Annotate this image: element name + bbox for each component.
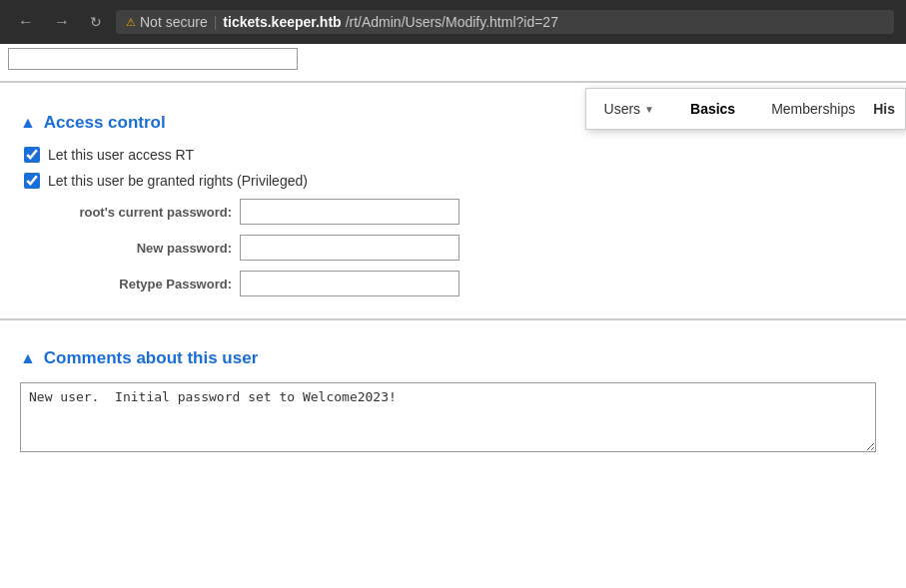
- privileged-label: Let this user be granted rights (Privile…: [48, 173, 308, 189]
- current-password-field: root's current password:: [20, 199, 886, 225]
- new-password-label: New password:: [20, 241, 240, 256]
- access-rt-checkbox[interactable]: [24, 147, 40, 163]
- security-warning-icon: ⚠: [126, 16, 136, 29]
- checkbox-row-access-rt: Let this user access RT: [20, 147, 886, 163]
- new-password-input[interactable]: [240, 235, 459, 261]
- not-secure-label: Not secure: [140, 14, 208, 30]
- nav-dropdown: Users ▼ Basics Memberships His: [585, 88, 906, 130]
- users-label: Users: [604, 101, 641, 117]
- retype-password-field: Retype Password:: [20, 271, 886, 296]
- url-domain: tickets.keeper.htb: [223, 14, 341, 30]
- address-bar[interactable]: ⚠ Not secure | tickets.keeper.htb /rt/Ad…: [116, 10, 894, 34]
- reload-button[interactable]: ↻: [84, 10, 108, 34]
- access-control-title: Access control: [44, 113, 166, 133]
- page-content: Users ▼ Basics Memberships His ▲ Access …: [0, 44, 906, 467]
- access-control-section: ▲ Access control Let this user access RT…: [0, 101, 906, 319]
- comments-section-header: ▲ Comments about this user: [20, 348, 886, 368]
- back-button[interactable]: ←: [12, 10, 40, 34]
- access-rt-label: Let this user access RT: [48, 147, 194, 163]
- url-path: /rt/Admin/Users/Modify.html?id=27: [346, 14, 558, 30]
- current-password-label: root's current password:: [20, 205, 240, 220]
- privileged-checkbox[interactable]: [24, 173, 40, 189]
- current-password-input[interactable]: [240, 199, 459, 225]
- dropdown-basics[interactable]: Basics: [672, 89, 753, 129]
- new-password-field: New password:: [20, 235, 886, 261]
- retype-password-label: Retype Password:: [20, 277, 240, 292]
- dropdown-history[interactable]: His: [873, 89, 905, 129]
- access-control-toggle[interactable]: ▲: [20, 114, 36, 132]
- checkbox-row-privileged: Let this user be granted rights (Privile…: [20, 173, 886, 189]
- forward-button[interactable]: →: [48, 10, 76, 34]
- dropdown-memberships[interactable]: Memberships: [753, 89, 873, 129]
- browser-chrome: ← → ↻ ⚠ Not secure | tickets.keeper.htb …: [0, 0, 906, 44]
- comments-textarea[interactable]: New user. Initial password set to Welcom…: [20, 382, 876, 452]
- previous-textarea[interactable]: [8, 48, 298, 70]
- textarea-tail-area: [0, 44, 906, 82]
- comments-toggle[interactable]: ▲: [20, 349, 36, 367]
- dropdown-users[interactable]: Users ▼: [586, 89, 672, 129]
- comments-section: ▲ Comments about this user New user. Ini…: [0, 336, 906, 467]
- dropdown-arrow-icon: ▼: [644, 104, 654, 115]
- retype-password-input[interactable]: [240, 271, 459, 296]
- comments-title: Comments about this user: [44, 348, 258, 368]
- url-separator: |: [214, 14, 218, 30]
- spacer2: [0, 320, 906, 336]
